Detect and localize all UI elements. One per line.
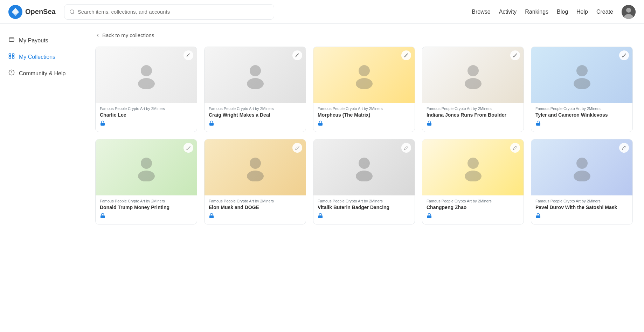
nav-browse[interactable]: Browse bbox=[472, 9, 490, 15]
card-cz[interactable]: Famous People Crypto Art by 2Miners Chan… bbox=[422, 139, 524, 224]
edit-button-vitalik[interactable] bbox=[401, 143, 411, 153]
svg-point-27 bbox=[138, 171, 155, 181]
edit-button-cz[interactable] bbox=[510, 143, 520, 153]
card-image-vitalik bbox=[313, 139, 415, 195]
card-tyler-cameron[interactable]: Famous People Crypto Art by 2Miners Tyle… bbox=[531, 47, 633, 132]
lock-icon-indiana-jones bbox=[427, 120, 519, 127]
layout: My Payouts My Collections Community & He… bbox=[0, 24, 644, 332]
svg-point-15 bbox=[247, 78, 264, 89]
card-vitalik[interactable]: Famous People Crypto Art by 2Miners Vita… bbox=[313, 139, 415, 224]
card-title-cz: Changpeng Zhao bbox=[427, 205, 519, 210]
svg-rect-8 bbox=[9, 57, 11, 58]
sidebar-item-community-help[interactable]: Community & Help bbox=[0, 65, 84, 82]
svg-point-3 bbox=[626, 8, 631, 13]
edit-button-craig-wright[interactable] bbox=[292, 50, 302, 60]
card-collection-elon-musk: Famous People Crypto Art by 2Miners bbox=[209, 199, 302, 203]
svg-point-17 bbox=[359, 65, 370, 76]
card-title-vitalik: Vitalik Buterin Badger Dancing bbox=[318, 205, 410, 210]
svg-point-30 bbox=[247, 171, 264, 181]
header: OpenSea Browse Activity Rankings Blog He… bbox=[0, 0, 644, 24]
card-collection-pavel: Famous People Crypto Art by 2Miners bbox=[535, 199, 628, 203]
edit-button-indiana-jones[interactable] bbox=[510, 50, 520, 60]
card-image-tyler-cameron bbox=[531, 47, 632, 103]
nav-activity[interactable]: Activity bbox=[499, 9, 517, 15]
sidebar-label-community-help: Community & Help bbox=[19, 70, 65, 77]
sidebar-label-my-payouts: My Payouts bbox=[19, 37, 48, 44]
edit-button-donald-trump[interactable] bbox=[183, 143, 193, 153]
svg-point-33 bbox=[356, 171, 373, 181]
card-craig-wright[interactable]: Famous People Crypto Art by 2Miners Crai… bbox=[204, 47, 306, 132]
card-image-morpheus bbox=[313, 47, 415, 103]
card-body-vitalik: Famous People Crypto Art by 2Miners Vita… bbox=[313, 195, 415, 224]
card-collection-charlie-lee: Famous People Crypto Art by 2Miners bbox=[100, 106, 193, 111]
svg-rect-25 bbox=[536, 123, 540, 125]
card-indiana-jones[interactable]: Famous People Crypto Art by 2Miners Indi… bbox=[422, 47, 524, 132]
svg-point-35 bbox=[468, 158, 479, 169]
sidebar-item-my-collections[interactable]: My Collections bbox=[0, 49, 84, 65]
card-donald-trump[interactable]: Famous People Crypto Art by 2Miners Dona… bbox=[95, 139, 197, 224]
lock-icon-tyler-cameron bbox=[535, 120, 628, 127]
lock-icon-charlie-lee bbox=[100, 120, 193, 127]
card-title-craig-wright: Craig Wright Makes a Deal bbox=[209, 112, 302, 118]
cards-grid: Famous People Crypto Art by 2Miners Char… bbox=[95, 47, 633, 224]
card-collection-donald-trump: Famous People Crypto Art by 2Miners bbox=[100, 199, 193, 203]
svg-rect-31 bbox=[209, 215, 214, 218]
card-title-tyler-cameron: Tyler and Cameron Winklevoss bbox=[535, 112, 628, 118]
nav-help[interactable]: Help bbox=[576, 9, 588, 15]
card-collection-craig-wright: Famous People Crypto Art by 2Miners bbox=[209, 106, 302, 111]
card-title-pavel: Pavel Durov With the Satoshi Mask bbox=[535, 205, 628, 210]
card-morpheus[interactable]: Famous People Crypto Art by 2Miners Morp… bbox=[313, 47, 415, 132]
svg-rect-7 bbox=[12, 54, 14, 55]
svg-point-21 bbox=[465, 78, 482, 89]
logo[interactable]: OpenSea bbox=[8, 5, 56, 19]
search-bar[interactable] bbox=[64, 4, 274, 20]
svg-rect-5 bbox=[9, 38, 14, 42]
svg-point-11 bbox=[141, 65, 152, 76]
card-elon-musk[interactable]: Famous People Crypto Art by 2Miners Elon… bbox=[204, 139, 306, 224]
search-icon bbox=[69, 9, 75, 15]
svg-point-39 bbox=[574, 171, 590, 181]
svg-rect-13 bbox=[101, 123, 105, 125]
lock-icon-vitalik bbox=[318, 213, 410, 220]
svg-point-23 bbox=[576, 65, 588, 76]
card-body-craig-wright: Famous People Crypto Art by 2Miners Crai… bbox=[205, 103, 306, 132]
card-title-elon-musk: Elon Musk and DOGE bbox=[209, 205, 302, 210]
svg-point-32 bbox=[359, 158, 370, 169]
edit-button-elon-musk[interactable] bbox=[292, 143, 302, 153]
chevron-left-icon bbox=[95, 33, 100, 38]
lock-icon-elon-musk bbox=[209, 213, 302, 220]
card-body-charlie-lee: Famous People Crypto Art by 2Miners Char… bbox=[96, 103, 197, 132]
nav-create[interactable]: Create bbox=[596, 9, 613, 15]
svg-point-1 bbox=[70, 10, 74, 14]
edit-button-pavel[interactable] bbox=[619, 143, 629, 153]
lock-icon-morpheus bbox=[318, 120, 410, 127]
main-content: Back to my collections Famous People Cry… bbox=[84, 24, 644, 332]
svg-point-38 bbox=[576, 158, 588, 169]
svg-rect-22 bbox=[427, 123, 431, 125]
card-title-donald-trump: Donald Trump Money Printing bbox=[100, 205, 193, 210]
card-collection-morpheus: Famous People Crypto Art by 2Miners bbox=[318, 106, 410, 111]
card-pavel[interactable]: Famous People Crypto Art by 2Miners Pave… bbox=[531, 139, 633, 224]
lock-icon-cz bbox=[427, 213, 519, 220]
card-image-cz bbox=[422, 139, 524, 195]
nav-blog[interactable]: Blog bbox=[557, 9, 568, 15]
card-image-indiana-jones bbox=[422, 47, 524, 103]
card-title-charlie-lee: Charlie Lee bbox=[100, 112, 193, 118]
search-input[interactable] bbox=[78, 9, 269, 15]
payouts-icon bbox=[8, 36, 15, 44]
card-image-pavel bbox=[531, 139, 632, 195]
svg-rect-16 bbox=[209, 123, 214, 125]
nav-rankings[interactable]: Rankings bbox=[525, 9, 548, 15]
avatar[interactable] bbox=[622, 5, 636, 19]
edit-button-charlie-lee[interactable] bbox=[183, 50, 193, 60]
card-charlie-lee[interactable]: Famous People Crypto Art by 2Miners Char… bbox=[95, 47, 197, 132]
back-link[interactable]: Back to my collections bbox=[95, 32, 633, 38]
edit-button-morpheus[interactable] bbox=[401, 50, 411, 60]
svg-point-36 bbox=[465, 171, 482, 181]
edit-button-tyler-cameron[interactable] bbox=[619, 50, 629, 60]
sidebar: My Payouts My Collections Community & He… bbox=[0, 24, 84, 332]
card-body-morpheus: Famous People Crypto Art by 2Miners Morp… bbox=[313, 103, 415, 132]
lock-icon-donald-trump bbox=[100, 213, 193, 220]
sidebar-item-my-payouts[interactable]: My Payouts bbox=[0, 32, 84, 49]
svg-rect-37 bbox=[427, 215, 431, 218]
